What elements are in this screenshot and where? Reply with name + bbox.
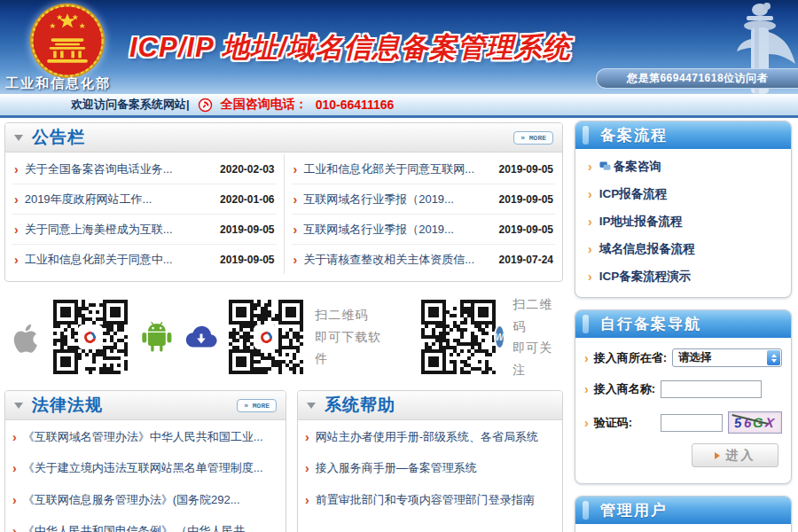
news-link[interactable]: 关于请核查整改相关主体资质信... xyxy=(303,252,492,268)
visitor-counter: 您是第6694471618位访问者 xyxy=(596,68,798,89)
process-list: 备案咨询 ICP报备流程 IP地址报备流程 域名信息报备流程 xyxy=(575,149,791,297)
province-select-value: 请选择 xyxy=(673,350,766,365)
news-list-left: 关于全国备案咨询电话业务... 2020-02-03 2019年度政府网站工作.… xyxy=(5,154,284,274)
process-header: 备案流程 xyxy=(575,121,791,149)
collapse-triangle-icon xyxy=(14,135,23,141)
sidebar-link-consult[interactable]: 备案咨询 xyxy=(599,159,661,175)
nav-header: 自行备案导航 xyxy=(575,310,791,338)
arrow-bullet-icon xyxy=(584,415,589,431)
laws-more-button[interactable]: » MORE xyxy=(237,399,277,412)
captcha-label: 验证码: xyxy=(594,415,632,431)
news-row: 互联网域名行业季报（2019... 2019-09-05 xyxy=(292,215,556,245)
arrow-bullet-icon xyxy=(14,192,19,207)
enter-button-row: 进入 xyxy=(575,440,791,476)
news-date: 2020-02-03 xyxy=(220,163,274,176)
arrow-bullet-icon xyxy=(584,350,589,366)
help-link[interactable]: 网站主办者使用手册-部级系统、各省局系统 xyxy=(316,429,538,445)
arrow-bullet-icon xyxy=(305,429,309,445)
list-item: 《互联网域名管理办法》中华人民共和国工业... xyxy=(5,420,286,452)
help-link[interactable]: 前置审批部门和专项内容管理部门登录指南 xyxy=(316,492,535,508)
arrow-bullet-icon xyxy=(293,192,298,207)
news-date: 2019-09-05 xyxy=(499,193,553,206)
news-link[interactable]: 关于全国备案咨询电话业务... xyxy=(25,161,214,177)
laws-panel: 法律法规 » MORE 《互联网域名管理办法》中华人民共和国工业... 《关于建… xyxy=(4,390,286,532)
news-row: 互联网域名行业季报（2019... 2019-09-05 xyxy=(292,184,556,215)
welcome-text: 欢迎访问备案系统网站| xyxy=(71,97,190,113)
sidebar-link-icp-process[interactable]: ICP报备流程 xyxy=(599,186,668,202)
list-item: 网站主办者使用手册-部级系统、各省局系统 xyxy=(298,420,562,452)
play-arrow-icon xyxy=(715,452,720,459)
province-select[interactable]: 请选择 xyxy=(672,348,782,367)
enter-button[interactable]: 进入 xyxy=(692,443,778,467)
isp-name-input[interactable] xyxy=(661,380,762,398)
sidebar-link-demo[interactable]: ICP备案流程演示 xyxy=(599,269,692,285)
qr-code-ios xyxy=(53,298,128,376)
announcements-panel: 公告栏 » MORE 关于全国备案咨询电话业务... 2020-02-03 20… xyxy=(4,122,563,282)
arrow-bullet-icon xyxy=(293,161,298,177)
ministry-label: 工业和信息化部 xyxy=(5,75,111,92)
site-header: 工业和信息化部 ICP/IP 地址/域名信息备案管理系统 您是第66944716… xyxy=(0,0,798,94)
news-list-right: 工业和信息化部关于同意互联网... 2019-09-05 互联网域名行业季报（2… xyxy=(284,154,563,274)
news-link[interactable]: 工业和信息化部关于同意中... xyxy=(25,252,214,268)
help-title: 系统帮助 xyxy=(325,394,395,417)
sidebar-link-domain-process[interactable]: 域名信息报备流程 xyxy=(599,241,695,257)
hotline-number: 010-66411166 xyxy=(316,98,395,112)
sidebar-item-demo: ICP备案流程演示 xyxy=(575,262,791,290)
arrow-bullet-icon xyxy=(12,429,17,445)
arrow-bullet-icon xyxy=(588,186,592,202)
news-date: 2019-09-05 xyxy=(220,254,274,266)
news-row: 关于请核查整改相关主体资质信... 2019-07-24 xyxy=(292,245,556,274)
nav-form: 接入商所在省: 请选择 接入商名称: 验证码: xyxy=(575,338,791,483)
help-header: 系统帮助 xyxy=(298,391,562,420)
arrow-bullet-icon xyxy=(588,214,592,230)
list-item: 《关于建立境内违法互联网站黑名单管理制度... xyxy=(5,452,286,484)
law-link[interactable]: 《中华人民共和国电信条例》 （中华人民共... xyxy=(23,523,254,532)
law-link[interactable]: 《互联网信息服务管理办法》(国务院292... xyxy=(23,492,240,508)
list-item: 《互联网信息服务管理办法》(国务院292... xyxy=(5,483,286,515)
laws-list: 《互联网域名管理办法》中华人民共和国工业... 《关于建立境内违法互联网站黑名单… xyxy=(5,420,286,532)
help-list: 网站主办者使用手册-部级系统、各省局系统 接入服务商手册—备案管理系统 前置审批… xyxy=(298,420,562,515)
news-row: 2019年度政府网站工作... 2020-01-06 xyxy=(12,184,277,215)
help-link[interactable]: 接入服务商手册—备案管理系统 xyxy=(316,460,477,476)
law-link[interactable]: 《关于建立境内违法互联网站黑名单管理制度... xyxy=(23,460,263,476)
laws-header: 法律法规 » MORE xyxy=(5,391,286,420)
hotline-label: 全国咨询电话： xyxy=(221,97,308,113)
site-title: ICP/IP 地址/域名信息备案管理系统 xyxy=(129,29,571,66)
sidebar: 备案流程 备案咨询 ICP报备流程 IP地址报备流程 xyxy=(575,121,792,532)
admin-hint-row: 提示:管理用户请选择→ 工信部 xyxy=(575,528,791,532)
list-item: 《中华人民共和国电信条例》 （中华人民共... xyxy=(5,515,286,532)
captcha-row: 验证码: 56GX xyxy=(575,404,791,440)
news-link[interactable]: 关于同意上海美橙成为互联... xyxy=(25,222,214,238)
qr-caption-download: 扫二维码 即可下载软件 xyxy=(315,304,390,370)
news-date: 2019-09-05 xyxy=(220,223,274,236)
news-row: 关于全国备案咨询电话业务... 2020-02-03 xyxy=(12,154,277,184)
news-link[interactable]: 互联网域名行业季报（2019... xyxy=(303,222,492,238)
province-label: 接入商所在省: xyxy=(594,350,667,366)
arrow-bullet-icon xyxy=(14,252,19,268)
arrow-bullet-icon xyxy=(12,492,17,508)
news-date: 2019-09-05 xyxy=(499,223,553,236)
qr-code-android xyxy=(229,298,303,376)
captcha-image[interactable]: 56GX xyxy=(728,411,782,434)
news-link[interactable]: 工业和信息化部关于同意互联网... xyxy=(303,161,492,177)
admin-body: 提示:管理用户请选择→ 工信部 然后点击→ |进入| xyxy=(575,524,791,532)
arrow-bullet-icon xyxy=(293,252,298,268)
law-link[interactable]: 《互联网域名管理办法》中华人民共和国工业... xyxy=(23,429,263,445)
news-link[interactable]: 互联网域名行业季报（2019... xyxy=(303,192,492,207)
left-column: 公告栏 » MORE 关于全国备案咨询电话业务... 2020-02-03 20… xyxy=(4,122,563,532)
announcements-more-button[interactable]: » MORE xyxy=(513,131,553,145)
news-link[interactable]: 2019年度政府网站工作... xyxy=(25,192,214,207)
sidebar-item-consult: 备案咨询 xyxy=(575,153,791,180)
android-icon xyxy=(139,317,175,357)
qr-caption-follow: 扫二维码 即可关注 xyxy=(512,293,563,380)
captcha-input[interactable] xyxy=(661,414,723,432)
welcome-bar: 欢迎访问备案系统网站| 全国咨询电话： 010-66411166 xyxy=(0,94,798,118)
main-content: 公告栏 » MORE 关于全国备案咨询电话业务... 2020-02-03 20… xyxy=(0,118,798,532)
chevron-updown-icon xyxy=(767,350,780,365)
announcements-title: 公告栏 xyxy=(32,126,85,149)
arrow-bullet-icon xyxy=(588,159,592,175)
page: 工业和信息化部 ICP/IP 地址/域名信息备案管理系统 您是第66944716… xyxy=(0,0,798,532)
sidebar-item-domain-process: 域名信息报备流程 xyxy=(575,235,791,262)
sidebar-link-ip-process[interactable]: IP地址报备流程 xyxy=(599,214,683,230)
announcements-body: 关于全国备案咨询电话业务... 2020-02-03 2019年度政府网站工作.… xyxy=(5,153,562,281)
